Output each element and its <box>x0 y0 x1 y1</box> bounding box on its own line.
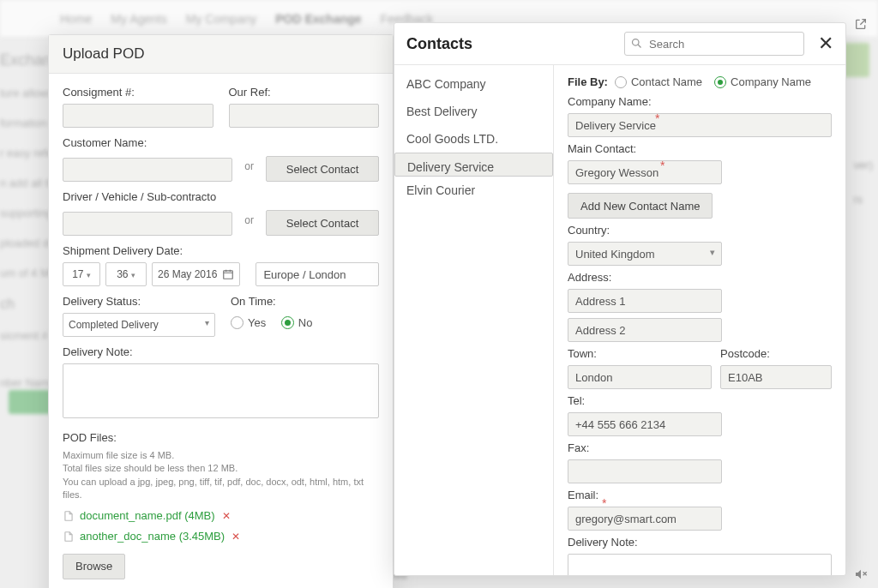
file-link[interactable]: document_name.pdf (4MB) <box>80 509 215 522</box>
note-label: Delivery Note: <box>63 345 379 358</box>
tel-input[interactable] <box>568 412 722 436</box>
search-box <box>624 32 804 56</box>
consignment-input[interactable] <box>63 104 213 128</box>
external-link-icon[interactable] <box>854 17 868 31</box>
email-input[interactable] <box>568 507 722 531</box>
ontime-no-radio[interactable]: No <box>281 316 313 329</box>
ourref-input[interactable] <box>229 104 380 128</box>
company-name-label: Company Name: <box>568 95 832 108</box>
list-item[interactable]: ABC Company <box>394 70 553 98</box>
file-icon <box>63 509 75 523</box>
remove-file-icon[interactable]: ✕ <box>222 510 231 522</box>
postcode-label: Postcode: <box>720 347 832 360</box>
town-label: Town: <box>568 347 712 360</box>
contacts-title: Contacts <box>406 35 472 53</box>
address1-input[interactable] <box>568 289 722 313</box>
file-item: another_doc_name (3.45MB) ✕ <box>63 530 379 543</box>
country-label: Country: <box>568 224 832 237</box>
shipdate-label: Shipment Delivery Date: <box>63 244 379 257</box>
close-icon[interactable]: ✕ <box>818 33 833 55</box>
list-item[interactable]: Cool Goods LTD. <box>394 125 553 153</box>
customer-input[interactable] <box>63 158 232 182</box>
svg-point-1 <box>633 39 640 46</box>
list-item[interactable]: Delivery Service <box>394 153 553 177</box>
list-item[interactable]: Elvin Courier <box>394 177 553 204</box>
fileby-contact-radio[interactable]: Contact Name <box>615 75 702 88</box>
address2-input[interactable] <box>568 318 722 342</box>
detail-note-textarea[interactable] <box>568 554 832 575</box>
modal-title: Upload POD <box>49 35 393 74</box>
email-label: Email: <box>568 489 832 501</box>
status-select[interactable]: Completed Delivery <box>63 313 215 337</box>
ontime-yes-radio[interactable]: Yes <box>231 316 266 329</box>
upload-pod-modal: Upload POD Consigment #: Our Ref: Custom… <box>48 34 394 588</box>
search-input[interactable] <box>624 32 804 56</box>
hour-select[interactable]: 17 ▾ <box>63 262 100 286</box>
select-contact-button[interactable]: Select Contact <box>266 156 379 182</box>
file-link[interactable]: another_doc_name (3.45MB) <box>80 530 225 543</box>
main-contact-label: Main Contact: <box>568 142 832 155</box>
file-icon <box>63 530 75 543</box>
ourref-label: Our Ref: <box>229 86 380 99</box>
minute-select[interactable]: 36 ▾ <box>105 262 147 286</box>
svg-rect-0 <box>224 271 233 279</box>
calendar-icon <box>222 268 234 280</box>
list-item[interactable]: Best Delivery <box>394 98 553 125</box>
status-label: Delivery Status: <box>63 295 215 308</box>
address-label: Address: <box>568 271 832 284</box>
ontime-label: On Time: <box>231 295 379 308</box>
speaker-muted-icon[interactable] <box>854 567 868 581</box>
country-select[interactable] <box>568 242 722 266</box>
timezone-input[interactable] <box>256 262 379 286</box>
main-contact-input[interactable] <box>568 160 722 184</box>
podfiles-label: POD Files: <box>63 431 379 444</box>
detail-note-label: Delivery Note: <box>568 536 832 549</box>
driver-input[interactable] <box>63 212 232 236</box>
customer-label: Customer Name: <box>63 136 379 149</box>
search-icon <box>630 37 643 50</box>
driver-label: Driver / Vehicle / Sub-contracto <box>63 190 379 203</box>
contacts-modal: Contacts ✕ ABC Company Best Delivery Coo… <box>394 22 846 576</box>
town-input[interactable] <box>568 365 712 389</box>
help-text: Maximum file size is 4 MB. Total files s… <box>63 449 379 502</box>
file-item: document_name.pdf (4MB) ✕ <box>63 509 379 523</box>
contact-detail: File By: Contact Name Company Name Compa… <box>554 65 845 575</box>
browse-button[interactable]: Browse <box>63 554 125 579</box>
contacts-list: ABC Company Best Delivery Cool Goods LTD… <box>394 65 554 575</box>
add-contact-button[interactable]: Add New Contact Name <box>568 193 713 219</box>
company-name-input[interactable] <box>568 113 832 137</box>
postcode-input[interactable] <box>720 365 832 389</box>
date-picker[interactable]: 26 May 2016 <box>152 262 240 286</box>
consignment-label: Consigment #: <box>63 86 213 99</box>
tel-label: Tel: <box>568 394 832 407</box>
fileby-label: File By: <box>568 75 608 88</box>
select-contact-button-2[interactable]: Select Contact <box>266 210 379 236</box>
delivery-note-textarea[interactable] <box>63 363 379 418</box>
fax-label: Fax: <box>568 441 832 454</box>
fax-input[interactable] <box>568 459 722 483</box>
fileby-company-radio[interactable]: Company Name <box>714 75 811 88</box>
remove-file-icon[interactable]: ✕ <box>232 531 240 543</box>
or-text: or <box>238 154 261 178</box>
